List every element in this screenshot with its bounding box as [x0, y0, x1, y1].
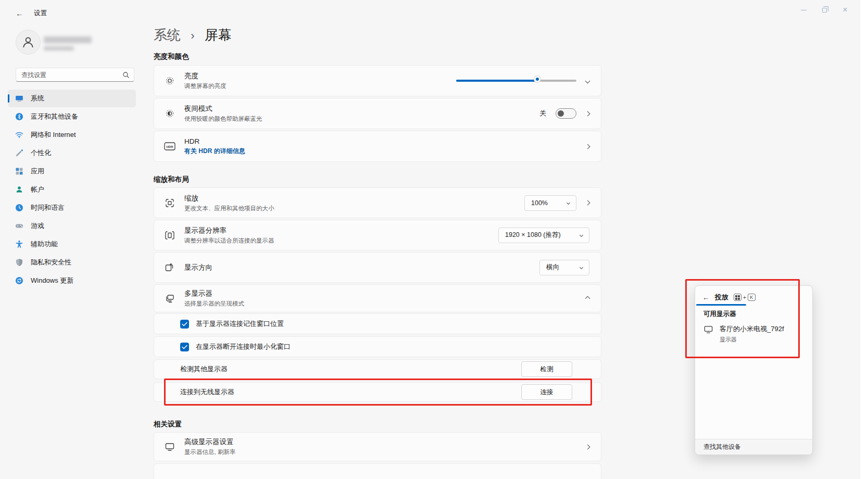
sidebar-item-windows-update[interactable]: Windows 更新	[8, 272, 136, 289]
window-controls: ×	[800, 6, 849, 14]
toggle-state-label: 关	[539, 109, 546, 118]
row-night-mode[interactable]: 夜间模式 使用较暖的颜色帮助屏蔽蓝光 关	[154, 98, 601, 129]
row-title: 显示方向	[184, 263, 539, 272]
row-subtitle: 调整分辨率以适合所连接的显示器	[184, 237, 498, 245]
connect-button[interactable]: 连接	[521, 384, 572, 400]
chevron-down-icon	[580, 266, 583, 269]
cast-device-item[interactable]: 客厅的小米电视_792f 显示器	[703, 324, 784, 344]
sidebar-item-label: 帐户	[31, 185, 44, 194]
checkbox-checked[interactable]	[180, 320, 189, 329]
person-icon	[20, 34, 36, 50]
chevron-right-icon[interactable]	[585, 200, 590, 206]
find-other-devices-link[interactable]: 查找其他设备	[695, 439, 812, 455]
resolution-dropdown[interactable]: 1920 × 1080 (推荐)	[498, 228, 589, 243]
sidebar-item-privacy[interactable]: 隐私和安全性	[8, 254, 136, 271]
settings-search[interactable]	[16, 68, 134, 82]
checkbox-label: 在显示器断开连接时最小化窗口	[196, 342, 572, 351]
available-displays-header: 可用显示器	[703, 310, 736, 319]
row-title: 高级显示器设置	[184, 437, 586, 447]
monitor-icon	[163, 442, 176, 452]
accessibility-icon	[15, 240, 23, 248]
sidebar-item-system[interactable]: 系统	[8, 90, 136, 107]
brightness-slider-thumb[interactable]	[534, 76, 540, 82]
monitor-icon	[703, 324, 713, 334]
search-input[interactable]	[21, 71, 122, 79]
gamepad-icon	[15, 222, 23, 230]
sidebar-item-label: 时间和语言	[31, 203, 65, 212]
chevron-down-icon[interactable]	[585, 78, 590, 83]
row-partial-bottom	[154, 463, 601, 479]
multi-display-icon	[163, 293, 176, 304]
sidebar-item-label: 隐私和安全性	[31, 258, 71, 267]
sidebar-nav: 系统 蓝牙和其他设备 网络和 Internet 个性化 应用 帐户 时间和语言	[8, 90, 136, 290]
row-minimize-windows: 在显示器断开连接时最小化窗口	[154, 336, 601, 357]
window-title: 设置	[34, 9, 47, 18]
chevron-right-icon[interactable]	[585, 111, 590, 116]
checkbox-checked[interactable]	[180, 343, 189, 351]
brightness-slider[interactable]	[456, 77, 576, 85]
back-arrow-icon[interactable]: ←	[16, 9, 23, 18]
row-title: 显示器分辨率	[184, 226, 498, 235]
close-button[interactable]: ×	[841, 6, 849, 14]
sidebar-item-accounts[interactable]: 帐户	[8, 181, 136, 198]
chevron-right-icon[interactable]	[585, 444, 590, 449]
progress-indicator	[696, 304, 746, 306]
back-arrow-icon[interactable]: ←	[702, 293, 710, 301]
row-brightness: 亮度 调整屏幕的亮度	[154, 65, 601, 96]
cast-title: 投放	[715, 293, 728, 302]
sidebar-item-label: 辅助功能	[31, 240, 58, 249]
scale-icon	[163, 198, 176, 208]
sidebar-item-personalization[interactable]: 个性化	[8, 144, 136, 162]
user-name-redacted	[44, 36, 92, 43]
sidebar-item-gaming[interactable]: 游戏	[8, 217, 136, 235]
resolution-icon	[163, 230, 176, 241]
shortcut-badge: + K	[734, 294, 756, 301]
night-light-icon	[163, 108, 176, 119]
sidebar-item-label: 个性化	[31, 148, 51, 158]
night-mode-toggle[interactable]	[556, 108, 576, 119]
row-multi-display[interactable]: 多显示器 选择显示器的呈现模式	[154, 284, 601, 312]
cast-flyout: ← 投放 + K 可用显示器 客厅的小米电视_792f 显示器 查找其他设备	[695, 285, 813, 455]
sidebar-item-accessibility[interactable]: 辅助功能	[8, 235, 136, 253]
sidebar-item-network[interactable]: 网络和 Internet	[8, 126, 136, 144]
chevron-right-icon[interactable]	[585, 144, 590, 149]
breadcrumb-parent[interactable]: 系统	[154, 27, 181, 43]
row-remember-window-positions: 基于显示器连接记住窗口位置	[154, 313, 601, 334]
row-subtitle: 显示器信息, 刷新率	[184, 448, 586, 456]
row-subtitle: 更改文本、应用和其他项目的大小	[184, 205, 524, 212]
row-title: 夜间模式	[184, 104, 539, 114]
hdr-info-link[interactable]: 有关 HDR 的详细信息	[184, 147, 586, 156]
row-title: 多显示器	[184, 289, 586, 298]
minimize-button[interactable]	[800, 6, 807, 14]
row-subtitle: 调整屏幕的亮度	[184, 82, 456, 90]
row-hdr[interactable]: HDR HDR 有关 HDR 的详细信息	[154, 131, 601, 162]
row-scale[interactable]: 缩放 更改文本、应用和其他项目的大小 100%	[154, 187, 601, 218]
sidebar-item-time-language[interactable]: 时间和语言	[8, 199, 136, 217]
breadcrumb-separator-icon: ›	[191, 29, 194, 42]
svg-text:HDR: HDR	[167, 145, 174, 148]
user-email-redacted	[44, 46, 74, 51]
sidebar-item-apps[interactable]: 应用	[8, 162, 136, 180]
wifi-icon	[15, 131, 23, 139]
slider-track[interactable]	[456, 80, 576, 82]
row-resolution: 显示器分辨率 调整分辨率以适合所连接的显示器 1920 × 1080 (推荐)	[154, 220, 601, 250]
row-orientation: 显示方向 横向	[154, 252, 601, 283]
detect-button[interactable]: 检测	[521, 361, 572, 377]
brightness-icon	[163, 75, 176, 86]
sidebar-item-bluetooth[interactable]: 蓝牙和其他设备	[8, 108, 136, 125]
paintbrush-icon	[15, 149, 23, 157]
restore-button[interactable]	[821, 6, 828, 14]
scale-dropdown[interactable]: 100%	[524, 195, 576, 211]
row-title: HDR	[184, 137, 586, 145]
avatar[interactable]	[16, 30, 41, 55]
row-detect-displays: 检测其他显示器 检测	[154, 359, 601, 379]
titlebar: ← 设置	[0, 0, 860, 22]
section-related: 相关设置	[154, 420, 182, 429]
bluetooth-icon	[15, 112, 23, 121]
chevron-down-icon	[567, 201, 570, 205]
orientation-dropdown[interactable]: 横向	[539, 260, 589, 275]
row-advanced-display[interactable]: 高级显示器设置 显示器信息, 刷新率	[154, 432, 601, 461]
toggle-knob	[558, 110, 564, 117]
sidebar-item-label: 网络和 Internet	[31, 130, 76, 140]
chevron-up-icon[interactable]	[585, 296, 590, 301]
